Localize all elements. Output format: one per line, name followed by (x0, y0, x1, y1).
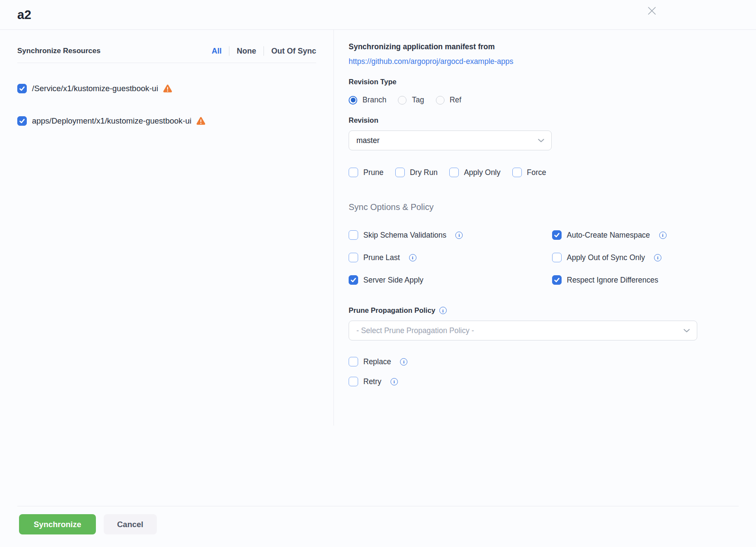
radio-indicator (349, 96, 357, 105)
info-icon[interactable]: i (654, 254, 661, 261)
page-title: a2 (17, 6, 739, 24)
radio-label: Tag (412, 95, 424, 105)
sync-flags: Prune Dry Run Apply Only Force (349, 168, 739, 177)
warning-icon (196, 117, 206, 125)
sync-options-panel: Synchronizing application manifest from … (334, 30, 756, 386)
checkbox-label: Apply Only (464, 168, 501, 177)
checkbox-indicator (552, 230, 562, 240)
radio-indicator (398, 96, 407, 105)
resources-heading: Synchronize Resources (17, 47, 101, 55)
select-placeholder: - Select Prune Propagation Policy - (356, 326, 474, 335)
info-icon[interactable]: i (439, 307, 447, 314)
radio-tag[interactable]: Tag (398, 95, 424, 105)
checkbox-indicator (349, 377, 358, 386)
chevron-down-icon (538, 137, 544, 144)
checkbox-dry-run[interactable]: Dry Run (395, 168, 438, 177)
checkbox-label: Server Side Apply (363, 276, 423, 285)
checkbox-indicator (552, 253, 562, 262)
radio-label: Branch (362, 95, 386, 105)
resource-checkbox[interactable] (17, 84, 27, 93)
resource-checkbox[interactable] (17, 116, 27, 126)
checkbox-skip-schema-validations[interactable]: Skip Schema Validations i (349, 230, 552, 240)
checkbox-retry[interactable]: Retry i (349, 377, 398, 386)
resource-label: /Service/x1/kustomize-guestbook-ui (32, 84, 158, 93)
resource-row: apps/Deployment/x1/kustomize-guestbook-u… (17, 116, 316, 126)
checkbox-label: Apply Out of Sync Only (567, 253, 645, 262)
checkbox-indicator (449, 168, 459, 177)
close-icon[interactable] (646, 5, 658, 16)
radio-label: Ref (450, 95, 461, 105)
resource-filters: All None Out Of Sync (212, 46, 316, 56)
sync-options-heading: Sync Options & Policy (349, 202, 739, 212)
dialog-footer: Synchronize Cancel (0, 506, 756, 547)
retry-row: Retry i (349, 377, 739, 386)
checkbox-label: Prune (363, 168, 384, 177)
checkbox-force[interactable]: Force (512, 168, 546, 177)
checkbox-respect-ignore-differences[interactable]: Respect Ignore Differences (552, 275, 739, 285)
checkbox-prune[interactable]: Prune (349, 168, 384, 177)
filter-out-of-sync[interactable]: Out Of Sync (271, 47, 316, 56)
replace-row: Replace i (349, 357, 739, 366)
dialog-body: Synchronize Resources All None Out Of Sy… (0, 30, 756, 506)
filter-all[interactable]: All (212, 47, 222, 56)
filter-divider (229, 46, 229, 56)
checkbox-label: Prune Last (363, 253, 400, 262)
checkbox-auto-create-namespace[interactable]: Auto-Create Namespace i (552, 230, 739, 240)
resources-header: Synchronize Resources All None Out Of Sy… (17, 46, 316, 63)
checkbox-label: Force (527, 168, 546, 177)
radio-branch[interactable]: Branch (349, 95, 386, 105)
checkbox-label: Dry Run (410, 168, 438, 177)
checkbox-server-side-apply[interactable]: Server Side Apply (349, 275, 552, 285)
checkbox-replace[interactable]: Replace i (349, 357, 407, 366)
synchronize-button[interactable]: Synchronize (19, 514, 96, 534)
info-icon[interactable]: i (391, 378, 398, 385)
checkbox-indicator (349, 275, 358, 285)
checkbox-indicator (349, 168, 358, 177)
checkbox-indicator (512, 168, 522, 177)
radio-indicator (436, 96, 445, 105)
revision-value: master (356, 136, 379, 145)
dialog-header: a2 (0, 0, 756, 30)
revision-type-options: Branch Tag Ref (349, 95, 739, 105)
revision-select[interactable]: master (349, 130, 552, 150)
chevron-down-icon (683, 327, 690, 334)
field-label-text: Prune Propagation Policy (349, 306, 435, 315)
info-icon[interactable]: i (455, 232, 463, 239)
checkbox-indicator (349, 253, 358, 262)
checkbox-label: Auto-Create Namespace (567, 231, 650, 240)
info-icon[interactable]: i (400, 358, 407, 366)
checkbox-label: Replace (363, 357, 391, 366)
checkbox-indicator (552, 275, 562, 285)
revision-label: Revision (349, 116, 739, 124)
checkbox-label: Respect Ignore Differences (567, 276, 658, 285)
manifest-heading: Synchronizing application manifest from (349, 42, 739, 51)
info-icon[interactable]: i (409, 254, 416, 261)
filter-none[interactable]: None (237, 47, 256, 56)
checkbox-label: Retry (363, 377, 381, 386)
info-icon[interactable]: i (659, 232, 667, 239)
sync-options-grid: Skip Schema Validations i Auto-Create Na… (349, 230, 739, 285)
checkbox-prune-last[interactable]: Prune Last i (349, 253, 552, 262)
cancel-button[interactable]: Cancel (104, 514, 157, 534)
revision-type-label: Revision Type (349, 78, 739, 86)
prune-propagation-policy-select[interactable]: - Select Prune Propagation Policy - (349, 321, 697, 340)
checkbox-indicator (395, 168, 405, 177)
radio-ref[interactable]: Ref (436, 95, 461, 105)
resource-label: apps/Deployment/x1/kustomize-guestbook-u… (32, 116, 191, 126)
checkbox-label: Skip Schema Validations (363, 231, 446, 240)
resources-panel: Synchronize Resources All None Out Of Sy… (0, 30, 334, 426)
resource-row: /Service/x1/kustomize-guestbook-ui (17, 84, 316, 93)
manifest-link[interactable]: https://github.com/argoproj/argocd-examp… (349, 57, 513, 66)
checkbox-indicator (349, 230, 358, 240)
checkbox-indicator (349, 357, 358, 366)
warning-icon (163, 84, 172, 93)
checkbox-apply-out-of-sync-only[interactable]: Apply Out of Sync Only i (552, 253, 739, 262)
checkbox-apply-only[interactable]: Apply Only (449, 168, 501, 177)
filter-divider (264, 46, 264, 56)
prune-propagation-policy-label: Prune Propagation Policy i (349, 306, 739, 315)
